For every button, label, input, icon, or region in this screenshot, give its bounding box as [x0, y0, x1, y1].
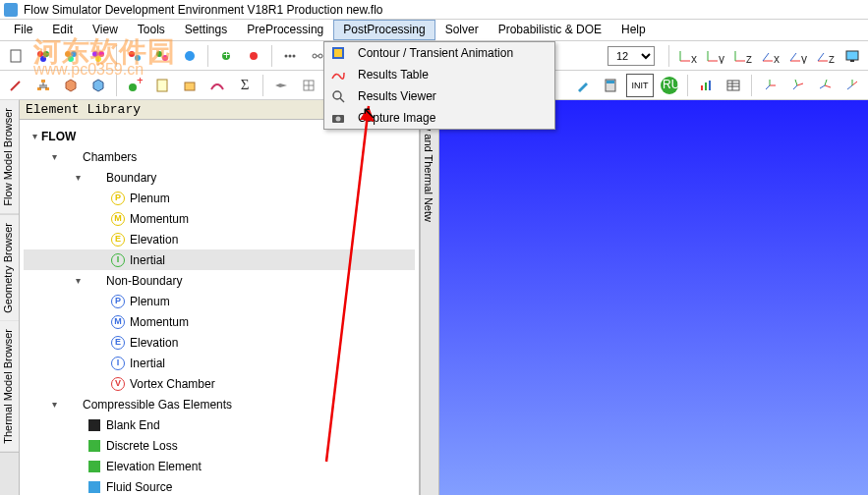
tree-item[interactable]: ▾Compressible Gas Elements — [24, 394, 415, 414]
svg-point-19 — [289, 54, 292, 57]
svg-rect-85 — [334, 49, 342, 57]
axis3d-3-icon[interactable] — [813, 74, 837, 97]
axis3d-2-icon[interactable] — [785, 74, 809, 97]
tool-table-icon[interactable] — [722, 74, 745, 97]
tab-flow-model-browser[interactable]: Flow Model Browser — [0, 100, 19, 215]
tree-item[interactable]: PPlenum — [24, 188, 415, 208]
menu-help[interactable]: Help — [611, 20, 656, 40]
tool-page-icon[interactable] — [150, 74, 174, 97]
app-icon — [4, 3, 18, 17]
menu-preprocessing[interactable]: PreProcessing — [237, 20, 333, 40]
tree-item[interactable]: EElevation — [24, 332, 415, 353]
tree-item[interactable]: IInertial — [24, 353, 415, 373]
tool-mesh-icon[interactable] — [297, 74, 320, 97]
tool-cube1-icon[interactable] — [59, 74, 83, 97]
svg-line-40 — [790, 53, 796, 61]
svg-point-10 — [129, 51, 135, 57]
tree-item[interactable]: EElevation — [24, 229, 415, 249]
tool-addnode-icon[interactable]: + — [123, 74, 146, 97]
tool-tree-icon[interactable] — [31, 74, 55, 97]
menu-tools[interactable]: Tools — [128, 20, 175, 40]
svg-point-20 — [293, 54, 296, 57]
tool-dots-icon[interactable] — [278, 44, 302, 68]
axis3d-1-icon[interactable] — [758, 74, 781, 97]
axis-z2-icon[interactable]: z — [813, 44, 837, 68]
axis-x-icon[interactable]: x — [675, 44, 699, 68]
tool-chart-icon[interactable] — [694, 74, 718, 97]
tool-plane-icon[interactable] — [269, 74, 293, 97]
svg-line-76 — [795, 80, 797, 85]
tree-item[interactable]: ▾Non-Boundary — [24, 270, 415, 291]
menu-edit[interactable]: Edit — [42, 20, 83, 40]
tool-init-icon[interactable]: INIT — [626, 74, 654, 97]
svg-point-4 — [65, 51, 71, 57]
tool-molecule5-icon[interactable] — [150, 44, 174, 68]
menu-settings[interactable]: Settings — [175, 20, 237, 40]
menu-postprocessing[interactable]: PostProcessing — [333, 20, 434, 40]
element-tree[interactable]: ▾FLOW▾Chambers▾BoundaryPPlenumMMomentumE… — [20, 120, 419, 495]
svg-point-14 — [185, 51, 195, 61]
svg-line-81 — [852, 82, 857, 85]
tool-sigma-icon[interactable]: Σ — [233, 74, 257, 97]
axis-y2-icon[interactable]: y — [785, 44, 809, 68]
tree-item[interactable]: Fluid Source — [24, 476, 415, 495]
tree-item[interactable]: IInertial — [24, 249, 415, 270]
svg-point-86 — [333, 91, 341, 99]
svg-point-18 — [285, 54, 288, 57]
menu-file[interactable]: File — [4, 20, 42, 40]
tool-add-icon[interactable]: + — [214, 44, 238, 68]
svg-rect-68 — [727, 81, 739, 90]
tree-item[interactable]: VVortex Chamber — [24, 373, 415, 394]
tool-box-icon[interactable] — [178, 74, 202, 97]
tree-item[interactable]: MMomentum — [24, 208, 415, 229]
tool-calc-icon[interactable] — [599, 74, 622, 97]
svg-rect-62 — [607, 81, 614, 83]
tree-item[interactable]: Discrete Loss — [24, 435, 415, 456]
axis-y-icon[interactable]: y — [703, 44, 726, 68]
svg-line-47 — [11, 82, 20, 90]
postprocessing-dropdown: Contour / Transient Animation Results Ta… — [323, 41, 555, 130]
axis-x2-icon[interactable]: x — [758, 44, 781, 68]
screen-icon[interactable] — [840, 44, 864, 68]
svg-text:+: + — [137, 78, 143, 87]
capture-image-icon — [324, 110, 352, 126]
tree-item[interactable]: PPlenum — [24, 291, 415, 311]
tool-cube2-icon[interactable] — [87, 74, 110, 97]
tool-new-icon[interactable] — [4, 44, 28, 68]
axis-z-icon[interactable]: z — [730, 44, 754, 68]
tool-molecule6-icon[interactable] — [178, 44, 202, 68]
svg-text:z: z — [829, 52, 835, 64]
axis3d-4-icon[interactable] — [840, 74, 864, 97]
tree-item[interactable]: MMomentum — [24, 311, 415, 332]
svg-rect-66 — [705, 82, 707, 90]
menu-view[interactable]: View — [83, 20, 128, 40]
tool-remove-icon[interactable] — [242, 44, 265, 68]
tab-thermal-model-browser[interactable]: Thermal Model Browser — [0, 321, 19, 453]
dropdown-results-table[interactable]: Results Table — [324, 64, 554, 85]
tool-molecule4-icon[interactable] — [123, 44, 146, 68]
tree-item[interactable]: Blank End — [24, 414, 415, 435]
tool-curve-icon[interactable] — [205, 74, 229, 97]
svg-rect-0 — [11, 50, 21, 62]
svg-line-77 — [793, 85, 797, 89]
svg-text:+: + — [223, 48, 230, 62]
viewport-canvas[interactable] — [439, 100, 868, 495]
font-size-combo[interactable]: 12 — [608, 46, 655, 66]
dropdown-results-viewer[interactable]: Results Viewer — [324, 85, 554, 107]
tool-pen-icon[interactable] — [571, 74, 595, 97]
tree-item[interactable]: ▾Boundary — [24, 167, 415, 188]
svg-line-37 — [763, 53, 769, 61]
tree-item[interactable]: Elevation Element — [24, 456, 415, 476]
dropdown-capture-image[interactable]: Capture Image — [324, 107, 554, 129]
tree-item[interactable]: ▾Chambers — [24, 146, 415, 167]
tool-molecule2-icon[interactable] — [59, 44, 83, 68]
svg-line-78 — [825, 85, 831, 87]
tool-molecule3-icon[interactable] — [87, 44, 110, 68]
menu-probabilistic[interactable]: Probabilistic & DOE — [489, 20, 611, 40]
tool-molecule1-icon[interactable] — [31, 44, 55, 68]
tool-wand-icon[interactable] — [4, 74, 28, 97]
menu-solver[interactable]: Solver — [435, 20, 489, 40]
tool-run-icon[interactable]: RUN — [658, 74, 681, 97]
tab-geometry-browser[interactable]: Geometry Browser — [0, 215, 19, 322]
dropdown-contour-animation[interactable]: Contour / Transient Animation — [324, 42, 554, 64]
